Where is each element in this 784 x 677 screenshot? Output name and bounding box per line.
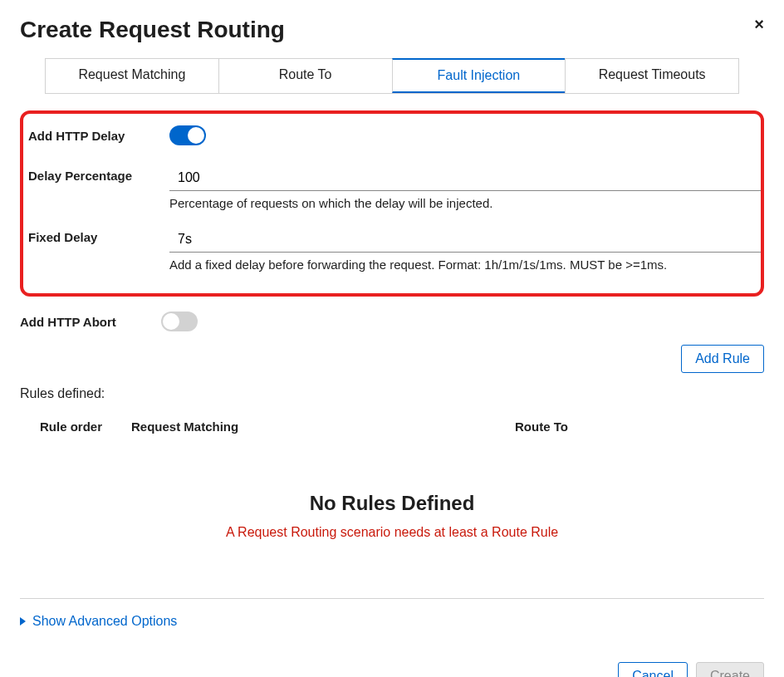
http-delay-label: Add HTTP Delay (28, 125, 169, 143)
delay-percentage-input[interactable] (169, 165, 761, 191)
create-button[interactable]: Create (696, 662, 764, 677)
show-advanced-options[interactable]: Show Advanced Options (20, 614, 764, 629)
rules-section-title: Rules defined: (20, 386, 764, 401)
close-icon[interactable]: × (754, 15, 764, 34)
fixed-delay-input[interactable] (169, 227, 761, 253)
delay-percentage-row: Delay Percentage Percentage of requests … (28, 165, 761, 210)
empty-state-title: No Rules Defined (20, 492, 764, 515)
add-rule-button[interactable]: Add Rule (681, 345, 764, 373)
rules-table-header: Rule order Request Matching Route To (20, 415, 764, 442)
http-abort-row: Add HTTP Abort (20, 312, 764, 335)
col-route-to: Route To (515, 419, 764, 434)
chevron-right-icon (20, 617, 26, 625)
dialog-title: Create Request Routing (20, 17, 764, 43)
add-rule-row: Add Rule (20, 345, 764, 373)
http-delay-row: Add HTTP Delay (28, 125, 761, 149)
http-delay-toggle[interactable] (169, 125, 206, 145)
cancel-button[interactable]: Cancel (618, 662, 688, 677)
http-abort-toggle[interactable] (161, 312, 198, 331)
highlight-annotation-box: Add HTTP Delay Delay Percentage Percenta… (20, 110, 764, 297)
tab-fault-injection[interactable]: Fault Injection (392, 58, 566, 93)
footer-buttons: Cancel Create (20, 662, 764, 677)
tab-route-to[interactable]: Route To (218, 58, 392, 93)
delay-percentage-label: Delay Percentage (28, 165, 169, 183)
delay-percentage-help: Percentage of requests on which the dela… (169, 196, 761, 210)
col-rule-order: Rule order (40, 419, 131, 434)
divider (20, 598, 764, 599)
tab-bar: Request Matching Route To Fault Injectio… (45, 58, 739, 94)
fixed-delay-row: Fixed Delay Add a fixed delay before for… (28, 227, 761, 272)
fixed-delay-label: Fixed Delay (28, 227, 169, 244)
tab-request-matching[interactable]: Request Matching (45, 58, 218, 93)
tab-request-timeouts[interactable]: Request Timeouts (565, 58, 739, 93)
col-request-matching: Request Matching (131, 419, 515, 434)
fixed-delay-help: Add a fixed delay before forwarding the … (169, 258, 761, 272)
advanced-options-label: Show Advanced Options (32, 614, 177, 629)
empty-state-message: A Request Routing scenario needs at leas… (20, 525, 764, 540)
http-abort-label: Add HTTP Abort (20, 312, 161, 329)
dialog-root: × Create Request Routing Request Matchin… (0, 0, 784, 677)
rules-empty-state: No Rules Defined A Request Routing scena… (20, 442, 764, 573)
